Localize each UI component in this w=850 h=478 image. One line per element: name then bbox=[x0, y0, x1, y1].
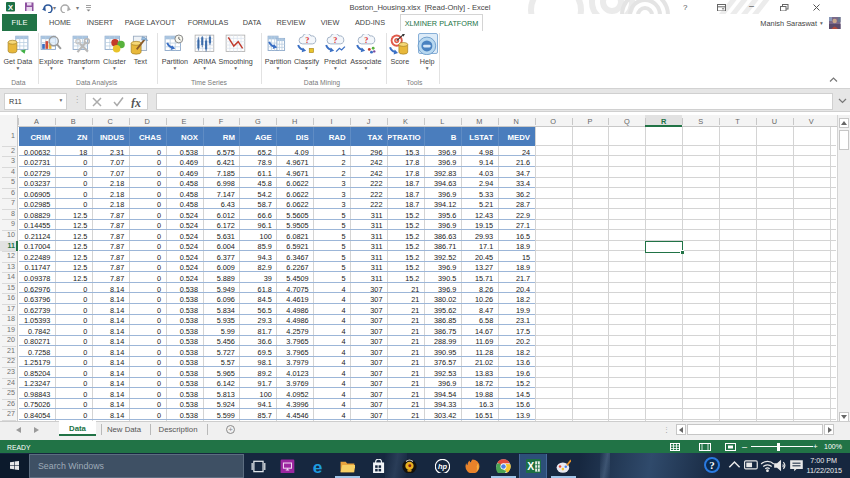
svg-text:fx: fx bbox=[131, 96, 141, 108]
svg-text:?: ? bbox=[305, 36, 309, 45]
svg-text:?: ? bbox=[364, 36, 368, 45]
svg-text:▾: ▾ bbox=[76, 5, 79, 11]
svg-text:hp: hp bbox=[438, 462, 448, 471]
svg-text:X: X bbox=[8, 3, 13, 12]
svg-text:e: e bbox=[312, 459, 322, 474]
svg-text:▾: ▾ bbox=[53, 5, 56, 11]
svg-text:?: ? bbox=[333, 36, 337, 45]
svg-text:X: X bbox=[527, 461, 534, 472]
